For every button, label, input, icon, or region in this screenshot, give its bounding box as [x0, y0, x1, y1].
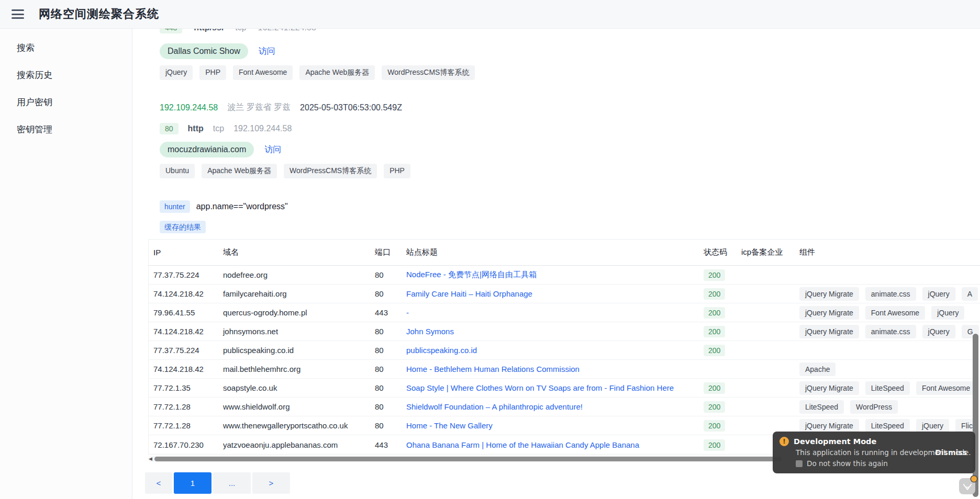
component-tag: PHP: [199, 65, 226, 80]
status-badge: 200: [704, 269, 725, 281]
column-header: IP: [149, 248, 218, 257]
cell-components: Apache: [795, 362, 980, 376]
transport-label: tcp: [235, 29, 246, 32]
column-header: 状态码: [699, 247, 737, 257]
component-tag: jQuery Migrate: [799, 306, 859, 320]
cell-status: 200: [699, 270, 737, 279]
cell-domain: soapstyle.co.uk: [218, 383, 370, 392]
horizontal-scrollbar-thumb[interactable]: [154, 457, 782, 461]
pagination-next-button[interactable]: >: [252, 472, 290, 494]
cell-title: John Symons: [402, 327, 699, 336]
pagination-prev-button[interactable]: <: [145, 472, 172, 494]
site-title-link[interactable]: Home - Bethlehem Human Relations Commiss…: [406, 365, 580, 373]
site-title-link[interactable]: Shieldwolf Foundation – A philanthropic …: [406, 402, 583, 411]
component-tag: jQuery: [922, 325, 955, 338]
component-tag: A: [962, 287, 978, 301]
component-tag: Font Awesome: [916, 381, 976, 395]
column-header: 端口: [370, 247, 402, 257]
cell-components: LiteSpeedWordPress: [795, 400, 980, 414]
component-tag: Font Awesome: [233, 65, 293, 80]
cell-title: Soap Style | Where Clothes Worn on TV So…: [402, 383, 699, 392]
site-name-pill[interactable]: Dallas Comic Show: [160, 43, 248, 59]
cell-port: 80: [370, 383, 402, 392]
cell-status: 200: [699, 289, 737, 298]
cell-ip: 74.124.218.42: [149, 289, 218, 298]
bull-widget-button[interactable]: [959, 478, 975, 494]
dont-show-label: Do not show this again: [807, 459, 888, 468]
cell-port: 80: [370, 289, 402, 298]
visit-link[interactable]: 访问: [259, 46, 275, 57]
cell-ip: 77.37.75.224: [149, 270, 218, 279]
table-row: 79.96.41.55quercus-ogrody.home.pl443-200…: [149, 303, 980, 322]
cell-components: jQuery MigrateFont AwesomejQuery: [795, 306, 980, 320]
site-title-link[interactable]: John Symons: [406, 327, 454, 336]
status-badge: 200: [704, 439, 725, 451]
component-tag: WordPressCMS博客系统: [382, 65, 475, 80]
component-tag: animate.css: [865, 287, 916, 301]
table-row: 77.72.1.35soapstyle.co.uk80Soap Style | …: [149, 379, 980, 398]
component-tag: Font Awesome: [865, 306, 925, 320]
cell-domain: mail.bethlehemhrc.org: [218, 365, 370, 373]
development-mode-toast: ! Development Mode This application is r…: [773, 432, 975, 473]
domain-pill[interactable]: mocuzdrawiania.com: [160, 142, 254, 157]
cell-status: 200: [699, 383, 737, 392]
site-title-link[interactable]: publicspeaking.co.id: [406, 346, 477, 355]
sidebar-item-key-management[interactable]: 密钥管理: [0, 118, 132, 141]
cell-ip: 77.37.75.224: [149, 346, 218, 355]
table-row: 74.124.218.42familycarehaiti.org80Family…: [149, 285, 980, 303]
component-tag: WordPress: [850, 400, 898, 414]
site-title-link[interactable]: Ohana Banana Farm | Home of the Hawaiian…: [406, 440, 639, 449]
sidebar-item-search-history[interactable]: 搜索历史: [0, 63, 132, 87]
cell-components: jQuery MigrateLiteSpeedjQueryFlic: [795, 419, 980, 433]
timestamp-label: 2025-05-03T06:53:00.549Z: [300, 103, 402, 112]
column-header: icp备案企业: [737, 247, 795, 257]
component-tag: jQuery: [916, 419, 949, 433]
cell-components: jQuery MigrateLiteSpeedFont Awesome: [795, 381, 980, 395]
menu-icon[interactable]: [12, 9, 24, 19]
transport-label: tcp: [213, 124, 224, 133]
cell-port: 443: [370, 440, 402, 449]
column-header: 域名: [218, 247, 370, 257]
site-title-link[interactable]: Soap Style | Where Clothes Worn on TV So…: [406, 383, 674, 392]
component-tag: PHP: [384, 164, 410, 178]
cell-ip: 79.96.41.55: [149, 308, 218, 317]
component-tag: WordPressCMS博客系统: [284, 164, 377, 178]
result-site-row: Dallas Comic Show 访问: [160, 43, 980, 59]
pagination-page-1-button[interactable]: 1: [174, 472, 211, 494]
sidebar-item-user-keys[interactable]: 用户密钥: [0, 90, 132, 114]
results-table: IP域名端口站点标题状态码icp备案企业组件 77.37.75.224nodef…: [148, 239, 980, 455]
cell-domain: johnsymons.net: [218, 327, 370, 336]
cell-port: 80: [370, 346, 402, 355]
column-header: 组件: [795, 247, 980, 257]
visit-link[interactable]: 访问: [264, 144, 281, 155]
site-title-link[interactable]: Home - The New Gallery: [406, 421, 493, 430]
cell-title: NodeFree - 免费节点|网络自由工具箱: [402, 270, 699, 280]
ip-label: 192.109.244.58: [233, 124, 292, 133]
dismiss-button[interactable]: Dismiss: [935, 448, 967, 457]
scroll-left-arrow-icon[interactable]: ◀: [149, 457, 152, 461]
pagination-ellipsis-button[interactable]: ...: [213, 472, 251, 494]
site-title-link[interactable]: Family Care Haiti – Haiti Orphanage: [406, 289, 532, 298]
warning-icon: !: [779, 437, 789, 446]
site-title-link[interactable]: NodeFree - 免费节点|网络自由工具箱: [406, 270, 537, 279]
ip-link[interactable]: 192.109.244.58: [160, 103, 218, 112]
component-tags-row: UbuntuApache Web服务器WordPressCMS博客系统PHP: [160, 164, 980, 178]
dont-show-checkbox[interactable]: [796, 460, 803, 467]
query-source-badge: hunter: [160, 200, 190, 213]
cell-title: Family Care Haiti – Haiti Orphanage: [402, 289, 699, 298]
query-text: app.name=="wordpress": [196, 202, 288, 211]
cell-ip: 77.72.1.28: [149, 421, 218, 430]
cell-title: Home - Bethlehem Human Relations Commiss…: [402, 365, 699, 373]
site-title-link[interactable]: -: [406, 308, 409, 317]
dont-show-row: Do not show this again: [796, 459, 888, 468]
cell-port: 80: [370, 421, 402, 430]
app-window: 网络空间测绘聚合系统 搜索搜索历史用户密钥密钥管理 443 http/ssl t…: [0, 0, 980, 499]
sidebar-item-search[interactable]: 搜索: [0, 36, 132, 60]
result-port-row: 80 http tcp 192.109.244.58: [160, 123, 980, 134]
cell-domain: quercus-ogrody.home.pl: [218, 308, 370, 317]
clipped-port-row: 443 http/ssl tcp 162.241.224.58: [160, 29, 980, 34]
bull-icon: [962, 481, 973, 492]
top-bar: 网络空间测绘聚合系统: [0, 0, 980, 29]
cell-title: Shieldwolf Foundation – A philanthropic …: [402, 402, 699, 411]
ip-label: 162.241.224.58: [258, 29, 316, 32]
